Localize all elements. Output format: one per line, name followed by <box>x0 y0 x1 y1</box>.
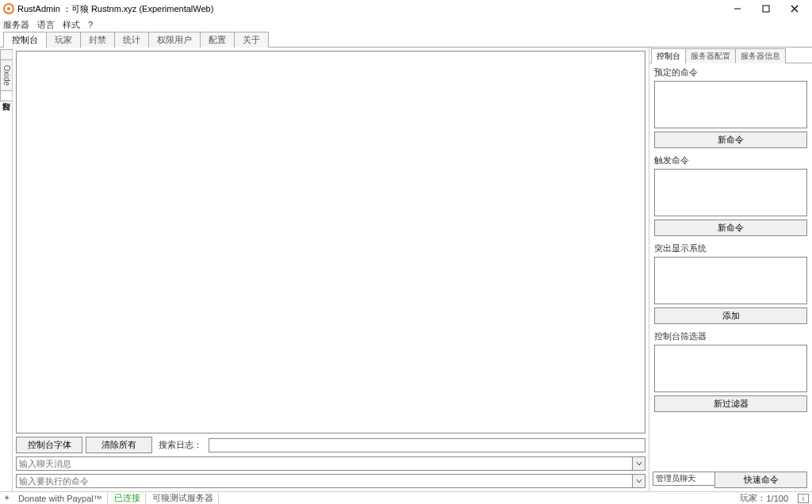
search-log-label: 搜索日志： <box>155 439 205 451</box>
scheduled-label: 预定的命令 <box>654 67 807 78</box>
info-icon[interactable]: i <box>798 494 809 503</box>
svg-rect-3 <box>763 6 769 12</box>
tab-privileged[interactable]: 权限用户 <box>148 32 201 48</box>
menu-server[interactable]: 服务器 <box>3 19 29 31</box>
vertical-tabs: 聊天 Oxide 控制台 <box>0 48 13 491</box>
right-tabstrip: 控制台 服务器配置 服务器信息 <box>649 48 812 63</box>
center-column: 控制台字体 清除所有 搜索日志： <box>13 48 649 491</box>
server-name-status: 可狼测试服务器 <box>147 493 219 504</box>
menu-help[interactable]: ? <box>88 20 93 29</box>
title-bar: RustAdmin ：可狼 Rustnm.xyz (ExperimentalWe… <box>0 0 812 17</box>
rtab-server-info[interactable]: 服务器信息 <box>735 48 786 63</box>
paypal-icon: ✦ <box>3 493 12 503</box>
highlight-label: 突出显示系统 <box>654 242 807 254</box>
minimize-button[interactable] <box>723 1 752 17</box>
tab-console[interactable]: 控制台 <box>3 32 47 48</box>
close-button[interactable] <box>780 1 809 17</box>
console-toolbar: 控制台字体 清除所有 搜索日志： <box>16 433 645 456</box>
status-bar: ✦ Donate with Paypal™ 已连接 可狼测试服务器 玩家： 1/… <box>0 491 812 504</box>
command-input-row <box>16 474 645 491</box>
tab-config[interactable]: 配置 <box>200 32 235 48</box>
quick-command-button[interactable]: 快速命令 <box>714 472 807 488</box>
window-buttons <box>723 1 809 17</box>
console-output[interactable] <box>16 51 645 433</box>
menu-bar: 服务器 语言 样式 ? <box>0 17 812 32</box>
scheduled-commands-group: 预定的命令 新命令 <box>654 67 807 148</box>
rtab-server-config[interactable]: 服务器配置 <box>685 48 736 63</box>
highlight-system-group: 突出显示系统 添加 <box>654 242 807 324</box>
chat-type-select[interactable] <box>653 472 711 488</box>
tab-players[interactable]: 玩家 <box>46 32 81 48</box>
tab-bans[interactable]: 封禁 <box>80 32 115 48</box>
command-input-wrap <box>16 474 645 488</box>
players-value: 1/100 <box>766 494 788 503</box>
vtab-console[interactable]: 控制台 <box>0 90 12 101</box>
trigger-commands-group: 触发命令 新命令 <box>654 155 807 236</box>
right-panel: 控制台 服务器配置 服务器信息 预定的命令 新命令 触发命令 新命令 突出显示系… <box>649 48 812 491</box>
trigger-label: 触发命令 <box>654 155 807 166</box>
search-log-input[interactable] <box>209 438 645 452</box>
maximize-button[interactable] <box>752 1 780 17</box>
menu-style[interactable]: 样式 <box>63 19 80 31</box>
window-title: RustAdmin ：可狼 Rustnm.xyz (ExperimentalWe… <box>17 3 723 15</box>
right-body: 预定的命令 新命令 触发命令 新命令 突出显示系统 添加 控制台筛选器 新过滤器 <box>649 63 812 468</box>
filter-list[interactable] <box>654 345 807 392</box>
rtab-console[interactable]: 控制台 <box>651 48 686 63</box>
highlight-add-button[interactable]: 添加 <box>654 307 807 324</box>
chat-input-dropdown[interactable] <box>633 456 645 471</box>
chat-input[interactable] <box>16 456 633 471</box>
menu-language[interactable]: 语言 <box>37 19 55 31</box>
donate-link[interactable]: Donate with Paypal™ <box>13 493 108 504</box>
tab-stats[interactable]: 统计 <box>114 32 149 48</box>
svg-point-1 <box>7 7 10 10</box>
trigger-list[interactable] <box>654 169 807 216</box>
filter-label: 控制台筛选器 <box>654 330 807 342</box>
vtab-oxide[interactable]: Oxide <box>0 59 12 91</box>
command-input-dropdown[interactable] <box>633 474 645 488</box>
quick-command-row: 快速命令 <box>649 468 812 491</box>
tab-about[interactable]: 关于 <box>234 32 269 48</box>
app-icon <box>3 3 14 14</box>
scheduled-list[interactable] <box>654 81 807 128</box>
player-count: 玩家： 1/100 <box>735 493 793 504</box>
top-tabstrip: 控制台 玩家 封禁 统计 权限用户 配置 关于 <box>0 32 812 48</box>
clear-all-button[interactable]: 清除所有 <box>86 437 152 453</box>
scheduled-new-button[interactable]: 新命令 <box>654 132 807 148</box>
players-label: 玩家： <box>740 492 766 504</box>
command-input[interactable] <box>16 474 633 488</box>
chat-input-row <box>16 456 645 474</box>
vtab-chat[interactable]: 聊天 <box>0 49 12 60</box>
main-area: 聊天 Oxide 控制台 控制台字体 清除所有 搜索日志： 控制台 <box>0 48 812 491</box>
highlight-list[interactable] <box>654 257 807 304</box>
console-font-button[interactable]: 控制台字体 <box>16 437 82 453</box>
console-filter-group: 控制台筛选器 新过滤器 <box>654 330 807 412</box>
trigger-new-button[interactable]: 新命令 <box>654 220 807 236</box>
chat-input-wrap <box>16 456 645 471</box>
filter-new-button[interactable]: 新过滤器 <box>654 395 807 412</box>
connection-status: 已连接 <box>109 493 146 504</box>
